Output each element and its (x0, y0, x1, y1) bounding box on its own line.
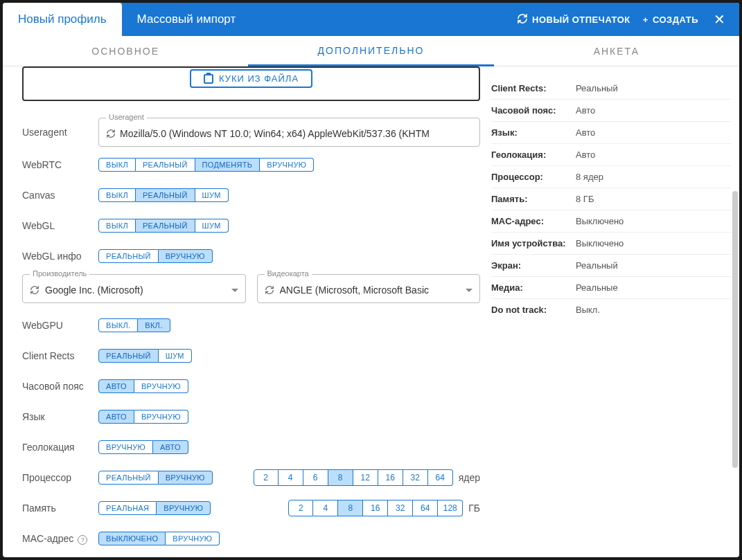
help-icon[interactable]: ? (78, 535, 87, 545)
proc-opt-1[interactable]: ВРУЧНУЮ (159, 471, 213, 485)
cookies-from-file-button[interactable]: КУКИ ИЗ ФАЙЛА (190, 69, 312, 88)
useragent-field[interactable]: Useragent Mozilla/5.0 (Windows NT 10.0; … (98, 118, 480, 147)
canvas-opt-0[interactable]: ВЫКЛ (98, 188, 136, 202)
mem-toggle: РЕАЛЬНАЯВРУЧНУЮ (98, 501, 211, 515)
subtabs: ОСНОВНОЕ ДОПОЛНИТЕЛЬНО АНКЕТА (3, 36, 739, 66)
webgl-opt-0[interactable]: ВЫКЛ (98, 219, 136, 233)
mem-num-2[interactable]: 2 (288, 500, 313, 516)
proc-num-64[interactable]: 64 (428, 469, 453, 486)
file-icon (204, 74, 213, 84)
language-opt-1[interactable]: ВРУЧНУЮ (134, 410, 188, 424)
clientrects-toggle: РЕАЛЬНЫЙШУМ (98, 349, 192, 363)
summary-row-4: Процессор:8 ядер (491, 166, 731, 188)
geo-opt-1[interactable]: АВТО (153, 440, 188, 454)
webrtc-opt-0[interactable]: ВЫКЛ (98, 158, 136, 172)
webgl-label: WebGL (22, 220, 98, 231)
clientrects-label: Client Rects (22, 350, 98, 361)
summary-panel: Client Rects:РеальныйЧасовой пояс:АвтоЯз… (491, 66, 739, 557)
mem-num-4[interactable]: 4 (313, 500, 338, 516)
refresh-icon[interactable] (265, 285, 274, 295)
webgpu-opt-0[interactable]: ВЫКЛ. (98, 318, 138, 332)
refresh-icon[interactable] (106, 129, 116, 138)
proc-opt-0[interactable]: РЕАЛЬНЫЙ (98, 471, 159, 485)
timezone-label: Часовой пояс (22, 381, 98, 392)
proc-num-16[interactable]: 16 (378, 469, 403, 486)
mem-num-8[interactable]: 8 (338, 500, 363, 516)
summary-row-3: Геолокация:Авто (491, 144, 731, 166)
proc-num-12[interactable]: 12 (353, 469, 378, 486)
canvas-label: Canvas (22, 190, 98, 201)
vendor-select[interactable]: Производитель Google Inc. (Microsoft) (22, 274, 246, 303)
webglinfo-opt-1[interactable]: ВРУЧНУЮ (159, 249, 213, 263)
webgl-toggle: ВЫКЛРЕАЛЬНЫЙШУМ (98, 219, 229, 233)
mem-label: Память (22, 503, 98, 514)
new-fingerprint-button[interactable]: НОВЫЙ ОТПЕЧАТОК (517, 13, 630, 26)
geo-opt-0[interactable]: ВРУЧНУЮ (98, 440, 153, 454)
mem-num-32[interactable]: 32 (388, 500, 413, 516)
subtab-advanced[interactable]: ДОПОЛНИТЕЛЬНО (248, 36, 493, 66)
language-opt-0[interactable]: АВТО (98, 410, 134, 424)
geo-toggle: ВРУЧНУЮАВТО (98, 440, 188, 454)
summary-row-9: Медиа:Реальные (491, 277, 731, 299)
webrtc-opt-1[interactable]: РЕАЛЬНЫЙ (136, 158, 195, 172)
useragent-value: Mozilla/5.0 (Windows NT 10.0; Win64; x64… (120, 128, 430, 139)
mem-num-16[interactable]: 16 (363, 500, 388, 516)
webgpu-toggle: ВЫКЛ.ВКЛ. (98, 318, 170, 332)
mem-num-64[interactable]: 64 (413, 500, 438, 516)
proc-label: Процессор (22, 472, 98, 483)
timezone-opt-1[interactable]: ВРУЧНУЮ (134, 379, 188, 393)
clientrects-opt-1[interactable]: ШУМ (159, 349, 192, 363)
language-toggle: АВТОВРУЧНУЮ (98, 410, 188, 424)
webgpu-label: WebGPU (22, 320, 98, 331)
cookie-dropzone[interactable]: КУКИ ИЗ ФАЙЛА (22, 66, 480, 101)
mac-opt-1[interactable]: ВРУЧНУЮ (166, 532, 220, 545)
webrtc-opt-2[interactable]: ПОДМЕНЯТЬ (195, 158, 260, 172)
summary-row-7: Имя устройства:Выключено (491, 233, 731, 255)
scrollbar[interactable] (732, 191, 738, 468)
summary-row-10: Do not track:Выкл. (491, 299, 731, 320)
webgpu-opt-1[interactable]: ВКЛ. (138, 318, 170, 332)
geo-label: Геолокация (22, 442, 98, 453)
useragent-label: Useragent (22, 127, 98, 138)
refresh-icon[interactable] (30, 285, 39, 295)
canvas-opt-2[interactable]: ШУМ (195, 188, 229, 202)
proc-num-8[interactable]: 8 (328, 469, 353, 486)
mem-opt-0[interactable]: РЕАЛЬНАЯ (98, 501, 157, 515)
main-panel: КУКИ ИЗ ФАЙЛА Useragent Useragent Mozill… (3, 66, 491, 557)
create-button[interactable]: + СОЗДАТЬ (643, 15, 698, 25)
webrtc-opt-3[interactable]: ВРУЧНУЮ (260, 158, 314, 172)
canvas-opt-1[interactable]: РЕАЛЬНЫЙ (136, 188, 195, 202)
clientrects-opt-0[interactable]: РЕАЛЬНЫЙ (98, 349, 159, 363)
tab-mass-import[interactable]: Массовый импорт (122, 3, 251, 36)
webglinfo-opt-0[interactable]: РЕАЛЬНЫЙ (98, 249, 159, 263)
plus-icon: + (643, 15, 648, 25)
webgl-opt-2[interactable]: ШУМ (195, 219, 229, 233)
chevron-down-icon (231, 289, 238, 292)
mem-opt-1[interactable]: ВРУЧНУЮ (157, 501, 211, 515)
mem-num-128[interactable]: 128 (438, 500, 463, 516)
chevron-down-icon (466, 289, 472, 292)
refresh-icon (517, 13, 528, 26)
webrtc-label: WebRTC (22, 159, 98, 170)
language-label: Язык (22, 411, 98, 422)
proc-toggle: РЕАЛЬНЫЙВРУЧНУЮ (98, 471, 213, 485)
timezone-opt-0[interactable]: АВТО (98, 379, 134, 393)
mac-opt-0[interactable]: ВЫКЛЮЧЕНО (98, 532, 166, 545)
summary-row-5: Память:8 ГБ (491, 188, 731, 210)
mac-toggle: ВЫКЛЮЧЕНОВРУЧНУЮ (98, 532, 220, 545)
webgl-opt-1[interactable]: РЕАЛЬНЫЙ (136, 219, 195, 233)
proc-unit: ядер (459, 472, 480, 483)
subtab-main[interactable]: ОСНОВНОЕ (3, 36, 248, 66)
proc-num-4[interactable]: 4 (279, 469, 303, 486)
proc-num-2[interactable]: 2 (254, 469, 279, 486)
tab-new-profile[interactable]: Новый профиль (3, 3, 122, 36)
summary-row-6: MAC-адрес:Выключено (491, 210, 731, 233)
summary-row-2: Язык:Авто (491, 122, 731, 144)
proc-num-6[interactable]: 6 (303, 469, 328, 486)
summary-row-1: Часовой пояс:Авто (491, 100, 731, 122)
gpu-select[interactable]: Видеокарта ANGLE (Microsoft, Microsoft B… (257, 274, 481, 303)
subtab-survey[interactable]: АНКЕТА (494, 36, 739, 66)
proc-num-32[interactable]: 32 (403, 469, 428, 486)
close-icon[interactable]: ✕ (711, 8, 728, 30)
webrtc-toggle: ВЫКЛРЕАЛЬНЫЙПОДМЕНЯТЬВРУЧНУЮ (98, 158, 314, 172)
